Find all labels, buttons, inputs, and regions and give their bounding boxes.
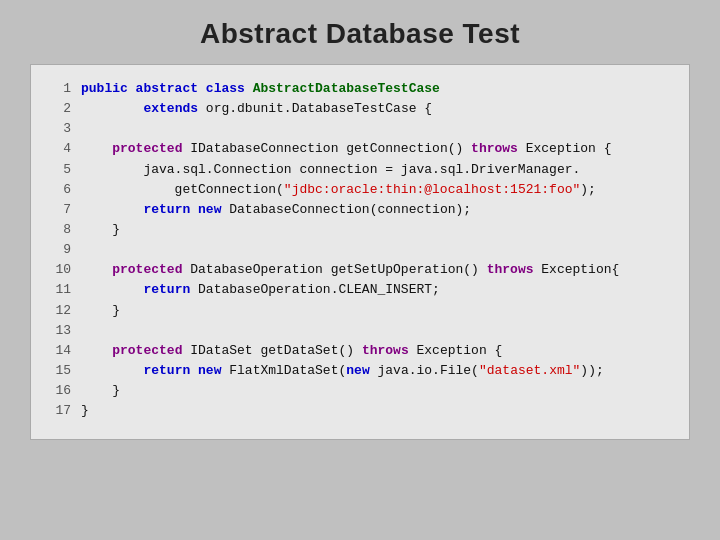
line-number: 16 [43, 381, 71, 401]
line-number: 2 [43, 99, 71, 119]
line-content: protected IDatabaseConnection getConnect… [81, 139, 612, 159]
code-line: 16 } [43, 381, 671, 401]
code-line: 10 protected DatabaseOperation getSetUpO… [43, 260, 671, 280]
line-content: return new DatabaseConnection(connection… [81, 200, 471, 220]
line-content: return new FlatXmlDataSet(new java.io.Fi… [81, 361, 604, 381]
line-number: 11 [43, 280, 71, 300]
line-content: } [81, 401, 89, 421]
line-number: 17 [43, 401, 71, 421]
code-line: 5 java.sql.Connection connection = java.… [43, 160, 671, 180]
line-number: 7 [43, 200, 71, 220]
code-line: 17} [43, 401, 671, 421]
line-number: 13 [43, 321, 71, 341]
line-number: 15 [43, 361, 71, 381]
line-number: 6 [43, 180, 71, 200]
line-content: } [81, 220, 120, 240]
line-content: } [81, 381, 120, 401]
code-line: 13 [43, 321, 671, 341]
code-line: 4 protected IDatabaseConnection getConne… [43, 139, 671, 159]
code-line: 11 return DatabaseOperation.CLEAN_INSERT… [43, 280, 671, 300]
code-line: 14 protected IDataSet getDataSet() throw… [43, 341, 671, 361]
line-content: java.sql.Connection connection = java.sq… [81, 160, 580, 180]
line-content: } [81, 301, 120, 321]
code-line: 2 extends org.dbunit.DatabaseTestCase { [43, 99, 671, 119]
code-line: 6 getConnection("jdbc:oracle:thin:@local… [43, 180, 671, 200]
line-number: 4 [43, 139, 71, 159]
code-line: 15 return new FlatXmlDataSet(new java.io… [43, 361, 671, 381]
line-number: 12 [43, 301, 71, 321]
code-line: 1public abstract class AbstractDatabaseT… [43, 79, 671, 99]
line-content: return DatabaseOperation.CLEAN_INSERT; [81, 280, 440, 300]
line-number: 14 [43, 341, 71, 361]
line-number: 1 [43, 79, 71, 99]
line-content: protected DatabaseOperation getSetUpOper… [81, 260, 619, 280]
line-content: getConnection("jdbc:oracle:thin:@localho… [81, 180, 596, 200]
code-line: 7 return new DatabaseConnection(connecti… [43, 200, 671, 220]
code-line: 8 } [43, 220, 671, 240]
line-number: 5 [43, 160, 71, 180]
code-block: 1public abstract class AbstractDatabaseT… [30, 64, 690, 440]
line-number: 9 [43, 240, 71, 260]
line-number: 8 [43, 220, 71, 240]
line-content: protected IDataSet getDataSet() throws E… [81, 341, 502, 361]
code-line: 3 [43, 119, 671, 139]
line-number: 10 [43, 260, 71, 280]
line-number: 3 [43, 119, 71, 139]
page-title: Abstract Database Test [200, 18, 520, 50]
line-content: extends org.dbunit.DatabaseTestCase { [81, 99, 432, 119]
code-line: 12 } [43, 301, 671, 321]
line-content: public abstract class AbstractDatabaseTe… [81, 79, 440, 99]
code-line: 9 [43, 240, 671, 260]
